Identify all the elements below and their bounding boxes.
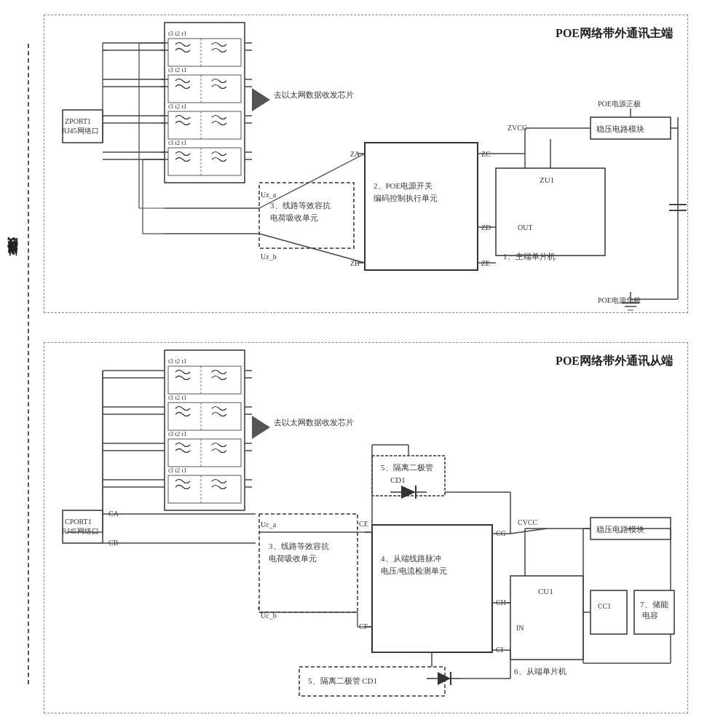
svg-text:4、从端线路脉冲: 4、从端线路脉冲 (381, 554, 441, 563)
left-dashed-line (28, 44, 30, 684)
svg-rect-138 (259, 514, 358, 612)
svg-text:CVCC: CVCC (518, 518, 538, 526)
svg-text:t3 t2  t1: t3 t2 t1 (168, 430, 187, 438)
svg-text:Uc_b: Uc_b (261, 612, 277, 620)
svg-text:去以太网数据收发芯片: 去以太网数据收发芯片 (274, 90, 354, 99)
svg-text:3、线路等效容抗: 3、线路等效容抗 (270, 201, 331, 210)
svg-marker-111 (252, 416, 270, 439)
svg-text:电荷吸收单元: 电荷吸收单元 (269, 554, 317, 563)
svg-rect-178 (591, 590, 627, 634)
svg-text:t3 t2  t1: t3 t2 t1 (168, 467, 187, 474)
bottom-diagram: POE网络带外通讯从端 t3 t2 t1 t3 t2 t1 (44, 342, 688, 713)
svg-text:CPORT1: CPORT1 (65, 518, 92, 526)
svg-text:电荷吸收单元: 电荷吸收单元 (270, 213, 318, 222)
svg-text:编码控制执行单元: 编码控制执行单元 (374, 194, 438, 202)
svg-marker-13 (252, 88, 270, 111)
bottom-diagram-svg: t3 t2 t1 t3 t2 t1 t3 t2 t1 (44, 343, 689, 714)
svg-text:t3 t2  t1: t3 t2 t1 (168, 30, 187, 37)
svg-text:RJ45网络口: RJ45网络口 (62, 127, 99, 135)
svg-text:5、隔离二极管: 5、隔离二极管 (381, 463, 433, 472)
svg-text:CD1: CD1 (390, 475, 406, 484)
svg-text:t3 t2  t1: t3 t2 t1 (168, 394, 187, 401)
svg-text:t3 t2  t1: t3 t2 t1 (168, 66, 187, 74)
svg-line-184 (510, 529, 547, 534)
top-diagram: POE网络带外通讯主端 t3 t2 t1 (44, 15, 688, 313)
top-diagram-svg: t3 t2 t1 t3 t2 t1 (44, 15, 689, 314)
svg-text:稳压电路模块: 稳压电路模块 (596, 525, 644, 534)
svg-text:稳压电路模块: 稳压电路模块 (596, 124, 644, 133)
svg-text:Uz_b: Uz_b (261, 253, 277, 261)
main-container: 以太网络双绞线 POE网络带外通讯主端 t3 t2 t1 (0, 0, 707, 728)
svg-text:t3 t2  t1: t3 t2 t1 (168, 103, 187, 110)
svg-text:去以太网数据收发芯片: 去以太网数据收发芯片 (274, 418, 354, 427)
svg-text:7、储能: 7、储能 (640, 600, 668, 609)
svg-text:Uc_a: Uc_a (261, 521, 277, 529)
svg-text:t3 t2  t1: t3 t2 t1 (168, 139, 187, 146)
svg-text:t3 t2  t1: t3 t2 t1 (168, 357, 187, 365)
svg-rect-152 (372, 525, 492, 652)
svg-text:ZU1: ZU1 (540, 175, 554, 184)
left-vertical-label: 以太网络双绞线 (6, 255, 19, 265)
svg-text:ZPORT1: ZPORT1 (65, 117, 91, 125)
svg-rect-50 (365, 143, 478, 270)
svg-text:Uz_a: Uz_a (261, 191, 277, 199)
svg-text:ZVCC: ZVCC (507, 124, 527, 132)
svg-text:6、从端单片机: 6、从端单片机 (514, 667, 566, 676)
svg-text:POE电源正极: POE电源正极 (598, 100, 641, 108)
svg-text:OUT: OUT (518, 223, 533, 232)
svg-text:RJ45网络口: RJ45网络口 (62, 527, 99, 535)
svg-text:5、隔离二极管  CD1: 5、隔离二极管 CD1 (308, 676, 377, 685)
svg-text:1、主端单片机: 1、主端单片机 (503, 252, 556, 261)
svg-text:电压/电流检测单元: 电压/电流检测单元 (381, 566, 447, 575)
svg-text:CU1: CU1 (538, 587, 553, 596)
svg-text:电容: 电容 (642, 611, 658, 620)
svg-text:IN: IN (516, 624, 524, 632)
svg-text:CE: CE (359, 520, 368, 528)
svg-text:2、POE电源开关: 2、POE电源开关 (374, 181, 433, 190)
svg-text:CC1: CC1 (598, 602, 611, 610)
svg-text:3、线路等效容抗: 3、线路等效容抗 (269, 542, 329, 550)
